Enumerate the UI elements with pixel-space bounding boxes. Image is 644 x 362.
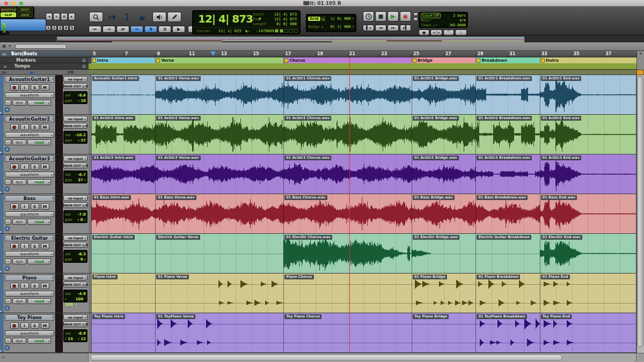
bars-beats-ruler[interactable]: 579111315171921232527293133353739 — [89, 51, 636, 57]
pan-value[interactable]: 9 › — [80, 257, 86, 262]
input-monitor-button[interactable]: I — [20, 164, 29, 170]
vertical-scroll-thumb[interactable] — [638, 76, 643, 347]
vol-pan-display[interactable]: vol-4.9 ‹ 100100 › — [63, 290, 87, 302]
tempo-label[interactable]: Tempo — [421, 23, 431, 27]
playhead-arrow[interactable] — [210, 51, 216, 56]
dyn-button[interactable]: dyn — [12, 139, 26, 145]
record-enable-button[interactable] — [10, 164, 19, 170]
clip-label[interactable]: Electric Guitar Intro — [92, 235, 135, 240]
clip-label[interactable]: 01 AcGtr1 Chorus.wav — [284, 76, 331, 81]
play-button[interactable]: ▶ — [387, 11, 399, 21]
pencil-tool-button[interactable] — [167, 12, 181, 22]
vol-pan-display[interactable]: vol-10.2 pan‹ 37 — [63, 131, 87, 144]
marker-section-bridge[interactable]: Bridge — [412, 57, 475, 63]
metronome-button[interactable]: ● — [419, 29, 429, 35]
clip-label[interactable]: 01 Piano Bridge — [413, 275, 447, 279]
input-monitor-led[interactable] — [5, 345, 10, 350]
track-view-selector[interactable]: waveform▾ — [5, 92, 54, 98]
solo-button[interactable]: S — [31, 283, 39, 289]
automation-mode-button[interactable]: read▾ — [27, 298, 51, 304]
input-monitor-button[interactable]: I — [20, 283, 29, 289]
tempo-ruler[interactable] — [89, 63, 636, 70]
vol-pan-display[interactable]: vol-9.6 pan‹ 10 — [63, 91, 87, 104]
track-lanes[interactable]: Acoustic Guitar1 Intro01 AcGtr1 Verse.wa… — [89, 75, 636, 353]
ruler-scroll-corner[interactable]: ▴ — [636, 51, 644, 70]
insertion-follows-playback-button[interactable]: ≡ — [158, 26, 171, 33]
marker-flag-icon[interactable] — [413, 58, 416, 63]
clip-label[interactable]: 01 Bass End.wav — [541, 195, 577, 200]
solo-button[interactable]: S — [31, 203, 39, 210]
link-track-edit-button[interactable]: ⇅ — [144, 26, 157, 33]
output-selector[interactable]: MAIN OUT L/R — [63, 321, 87, 327]
track-color-strip[interactable]: ▸ — [0, 75, 4, 114]
clip-label[interactable]: 01 AcGtr1 End.wav — [541, 76, 581, 81]
spot-mode-button[interactable]: SPOT — [17, 7, 33, 12]
grid-value[interactable]: 1| 0| 000 — [331, 17, 351, 21]
marker-flag-icon[interactable] — [477, 58, 480, 63]
clip-label[interactable]: 01 ElecGtr End.wav — [541, 235, 582, 240]
universe-view[interactable] — [0, 35, 644, 42]
vol-value[interactable]: -9.6 — [78, 93, 86, 98]
mute-button[interactable]: M — [41, 283, 49, 289]
clip-label[interactable]: 01 AcGtr2 Chorus.wav — [284, 116, 331, 121]
track-name[interactable]: AcousticGuitar2▾ — [5, 116, 54, 122]
count-in-button[interactable]: «♪» — [430, 29, 442, 35]
input-monitor-led[interactable] — [5, 266, 10, 271]
mute-button[interactable]: M — [41, 164, 49, 170]
automation-mode-button[interactable]: read▾ — [27, 100, 51, 106]
scroll-marker-box[interactable] — [636, 70, 644, 75]
meter-value[interactable]: 4/4 — [459, 18, 466, 23]
scrubber-tool-button[interactable] — [152, 12, 166, 22]
input-monitor-button[interactable]: I — [20, 322, 29, 329]
output-selector[interactable]: MAIN OUT L/R — [63, 83, 87, 89]
track-name[interactable]: Electric Guitar▾ — [5, 235, 54, 241]
solo-button[interactable]: S — [31, 164, 39, 170]
clip-label[interactable]: Toy Piano Chorus — [284, 314, 321, 319]
pan-value[interactable]: ‹ 37 — [78, 138, 86, 143]
input-monitor-button[interactable]: I — [20, 124, 29, 130]
marker-flag-icon[interactable] — [156, 58, 160, 63]
clip-label[interactable]: Toy Piano End — [541, 314, 572, 319]
mute-button[interactable]: M — [41, 84, 49, 91]
solo-button[interactable]: S — [31, 124, 39, 130]
vertical-scrollbar[interactable] — [636, 75, 644, 353]
grid-mode-button[interactable]: GRID — [17, 12, 33, 17]
record-enable-button[interactable] — [10, 283, 19, 289]
solo-button[interactable]: S — [31, 243, 39, 249]
clip-label[interactable]: 01 AcGtr1 Breakdown.wav — [477, 76, 532, 81]
mirror-midi-button[interactable]: ⇄ — [116, 26, 129, 33]
horizontal-scrollbar[interactable]: ⊢ — [0, 353, 644, 362]
clip-label[interactable]: 01 AcGtr3 Intro.wav — [92, 156, 135, 160]
dyn-button[interactable]: dyn — [12, 100, 26, 106]
track-expand-arrow[interactable]: ▸ — [0, 269, 2, 273]
vol-value[interactable]: -6.7 — [78, 172, 86, 178]
clip-label[interactable]: 01 AcGtr1 Bridge.wav — [413, 76, 459, 81]
pan-value[interactable]: ‹ 10 — [78, 98, 86, 104]
track-expand-arrow[interactable]: ▸ — [0, 150, 2, 154]
vol-value[interactable]: -4.9 — [78, 291, 86, 297]
track-view-selector[interactable]: waveform▾ — [5, 211, 54, 217]
clip-label[interactable]: 01 Bass Verse.wav — [156, 195, 196, 200]
return-to-zero-button[interactable]: ▌◂ — [363, 25, 374, 31]
solo-button[interactable]: S — [31, 322, 39, 329]
zoom-preset-2[interactable]: 2 — [52, 25, 57, 31]
track-view-selector[interactable]: waveform▾ — [5, 251, 54, 257]
insertion-marker-icon[interactable]: ⬤▾ — [30, 70, 35, 74]
ruler-view-icon[interactable]: ▦ — [2, 43, 6, 48]
vol-value[interactable]: -8.3 — [78, 252, 86, 257]
automation-follows-edit-button[interactable]: ▶ — [172, 26, 185, 33]
elastic-audio-button[interactable]: ~ — [5, 179, 11, 185]
input-selector[interactable]: no input▾ — [63, 275, 87, 280]
input-monitor-led[interactable] — [5, 107, 10, 112]
countoff-value[interactable]: 2 bars — [453, 13, 466, 18]
dyn-button[interactable]: dyn — [12, 219, 26, 225]
input-selector[interactable]: no input▾ — [63, 156, 87, 161]
marker-flag-icon[interactable] — [284, 58, 288, 63]
automation-mode-button[interactable]: read▾ — [27, 179, 51, 185]
pan-right-value[interactable]: 100 › — [76, 297, 86, 307]
vol-pan-display[interactable]: vol-7.0 pan‹ 0 › — [63, 210, 87, 223]
track-name[interactable]: AcousticGuitar3▾ — [5, 156, 54, 162]
tempo-ruler-enable-button[interactable]: ♮ — [455, 29, 467, 35]
clip-label[interactable]: Electric Guitar Verse — [156, 235, 200, 240]
record-enable-button[interactable] — [10, 203, 19, 210]
